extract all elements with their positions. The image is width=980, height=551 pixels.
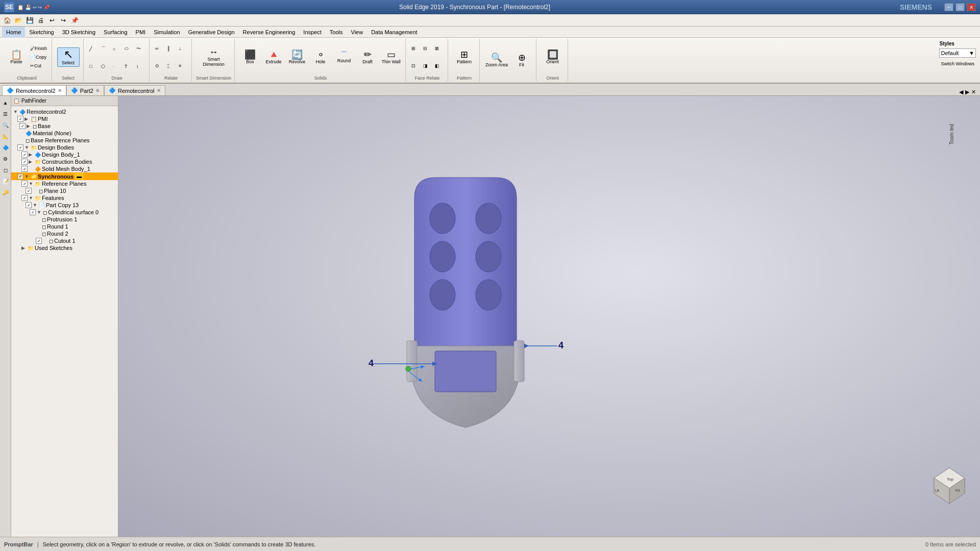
tree-item-root[interactable]: ▼ 🔷 Remotecontrol2: [11, 108, 118, 115]
qa-print[interactable]: 🖨: [36, 15, 46, 26]
sidebar-icon-4[interactable]: 📐: [1, 132, 10, 141]
menu-inspect[interactable]: Inspect: [299, 27, 325, 38]
tree-item-protrusion1[interactable]: ◻ Protrusion 1: [11, 216, 118, 223]
fit-button[interactable]: ⊕ Fit: [510, 52, 533, 69]
sidebar-icon-7[interactable]: ◻: [1, 165, 10, 174]
menu-simulation[interactable]: Simulation: [150, 27, 184, 38]
select-button[interactable]: ↖ Select: [57, 47, 80, 67]
tree-item-part-copy13[interactable]: ✓ ▼ 📄 Part Copy 13: [11, 202, 118, 209]
check-synchronous[interactable]: ✓: [17, 173, 23, 180]
sidebar-icon-9[interactable]: 🔑: [1, 188, 10, 197]
draft-button[interactable]: ✏ Draft: [356, 48, 379, 66]
polygon-button[interactable]: ⬡: [100, 62, 112, 70]
smart-dimension-button[interactable]: ↔ Smart Dimension: [201, 46, 226, 68]
menu-generative-design[interactable]: Generative Design: [184, 27, 239, 38]
copy-button[interactable]: 📄Copy: [29, 53, 48, 61]
tree-item-synchronous[interactable]: ✓ ▼ 📁 Synchronous ▬: [11, 172, 118, 180]
tab-close-all[interactable]: ✕: [971, 89, 976, 95]
3d-viewport[interactable]: 4 4: [118, 96, 980, 537]
tree-item-used-sketches[interactable]: ▶ 📁 Used Sketches: [11, 244, 118, 252]
sidebar-icon-5[interactable]: 🔷: [1, 143, 10, 152]
tab-close-rc[interactable]: ✕: [157, 88, 161, 93]
tab-part2[interactable]: 🔷 Part2 ✕: [66, 85, 104, 95]
expand-design-body1[interactable]: ▶: [29, 152, 35, 157]
tree-item-base-ref-planes[interactable]: ◻ Base Reference Planes: [11, 137, 118, 144]
switch-windows-button[interactable]: Switch Windows: [939, 60, 976, 68]
qa-home[interactable]: 🏠: [2, 15, 12, 26]
sidebar-icon-6[interactable]: ⚙: [1, 154, 10, 163]
relate-h[interactable]: ═: [154, 44, 166, 53]
qa-redo[interactable]: ↪: [58, 15, 68, 26]
menu-home[interactable]: Home: [2, 27, 25, 38]
qa-open[interactable]: 📂: [13, 15, 23, 26]
point-button[interactable]: ·: [111, 62, 124, 70]
box-button[interactable]: ⬛ Box: [239, 48, 261, 66]
sidebar-icon-8[interactable]: 📝: [1, 177, 10, 186]
expand-part-copy13[interactable]: ▼: [33, 203, 39, 208]
expand-synchronous[interactable]: ▼: [24, 174, 31, 179]
tab-close-rc2[interactable]: ✕: [58, 88, 62, 93]
face-r2[interactable]: ⊟: [422, 44, 434, 53]
sidebar-icon-1[interactable]: ▲: [1, 98, 10, 107]
tree-item-round2[interactable]: ◻ Round 2: [11, 230, 118, 237]
check-cyl-surface[interactable]: ✓: [30, 209, 36, 215]
check-pmi[interactable]: ✓: [17, 116, 23, 122]
relate-s[interactable]: ≡: [177, 62, 189, 70]
rect-button[interactable]: □: [88, 62, 100, 70]
face-r6[interactable]: ◧: [433, 62, 446, 70]
zoom-area-button[interactable]: 🔍 Zoom Area: [484, 52, 509, 69]
sidebar-icon-2[interactable]: ☰: [1, 109, 10, 118]
expand-cyl-surface[interactable]: ▼: [37, 210, 43, 215]
check-base[interactable]: ✓: [19, 123, 26, 129]
style-dropdown[interactable]: Default ▼: [939, 48, 976, 58]
minimize-button[interactable]: ─: [944, 3, 953, 11]
hole-button[interactable]: ⚬ Hole: [309, 48, 332, 66]
tree-item-pmi[interactable]: ✓ ▶ 📋 PMI: [11, 115, 118, 122]
tree-item-round1[interactable]: ◻ Round 1: [11, 223, 118, 230]
relate-v[interactable]: ║: [165, 44, 178, 53]
check-construction-bodies[interactable]: ✓: [21, 159, 28, 165]
expand-ref-planes[interactable]: ▼: [29, 181, 35, 186]
tree-item-design-bodies[interactable]: ✓ ▼ 📁 Design Bodies: [11, 144, 118, 151]
tree-item-solid-mesh[interactable]: ✓ 🔶 Solid Mesh Body_1: [11, 165, 118, 172]
tree-item-base[interactable]: ✓ ▶ ◻ Base: [11, 122, 118, 130]
expand-design-bodies[interactable]: ▼: [24, 145, 31, 150]
tab-close-p2[interactable]: ✕: [95, 88, 100, 93]
tree-item-design-body1[interactable]: ✓ ▶ 🔷 Design Body_1: [11, 151, 118, 158]
check-cutout1[interactable]: ✓: [36, 238, 42, 244]
expand-root[interactable]: ▼: [13, 109, 19, 114]
face-r1[interactable]: ⊞: [410, 44, 422, 53]
line-button[interactable]: ╱: [88, 45, 100, 53]
tree-item-cutout1[interactable]: ✓ ◻ Cutout 1: [11, 237, 118, 244]
check-design-bodies[interactable]: ✓: [17, 144, 23, 151]
relate-c[interactable]: ⊙: [154, 62, 166, 70]
close-button[interactable]: ✕: [967, 3, 976, 11]
menu-view[interactable]: View: [347, 27, 368, 38]
thin-wall-button[interactable]: ▭ Thin Wall: [380, 48, 402, 66]
menu-surfacing[interactable]: Surfacing: [100, 27, 131, 38]
check-features[interactable]: ✓: [21, 195, 28, 201]
arc-button[interactable]: ⌒: [100, 44, 112, 54]
relate-t[interactable]: ⌶: [165, 62, 178, 70]
relate-p[interactable]: ⟂: [177, 44, 189, 53]
check-design-body1[interactable]: ✓: [21, 152, 28, 158]
expand-construction-bodies[interactable]: ▶: [29, 159, 35, 164]
tree-item-material[interactable]: 🔷 Material (None): [11, 130, 118, 137]
text-button[interactable]: T: [123, 62, 135, 70]
menu-data-management[interactable]: Data Management: [367, 27, 422, 38]
offset-button[interactable]: ↕: [135, 62, 147, 70]
face-r3[interactable]: ⊠: [433, 44, 446, 53]
tree-item-reference-planes[interactable]: ✓ ▼ 📁 Reference Planes: [11, 180, 118, 187]
cut-button[interactable]: ✂Cut: [29, 62, 48, 70]
maximize-button[interactable]: □: [955, 3, 965, 11]
check-ref-planes[interactable]: ✓: [21, 181, 28, 187]
face-r4[interactable]: ⊡: [410, 62, 422, 70]
revolve-button[interactable]: 🔄 Revolve: [286, 48, 308, 66]
tree-item-cylindrical-surface[interactable]: ✓ ▼ ◻ Cylindrical surface 0: [11, 209, 118, 216]
expand-base[interactable]: ▶: [27, 123, 33, 129]
qa-pin[interactable]: 📌: [69, 15, 80, 26]
tree-item-construction-bodies[interactable]: ✓ ▶ 📁 Construction Bodies: [11, 158, 118, 165]
spline-button[interactable]: 〜: [135, 44, 147, 54]
face-r5[interactable]: ◨: [422, 62, 434, 70]
expand-used-sketches[interactable]: ▶: [21, 245, 28, 251]
